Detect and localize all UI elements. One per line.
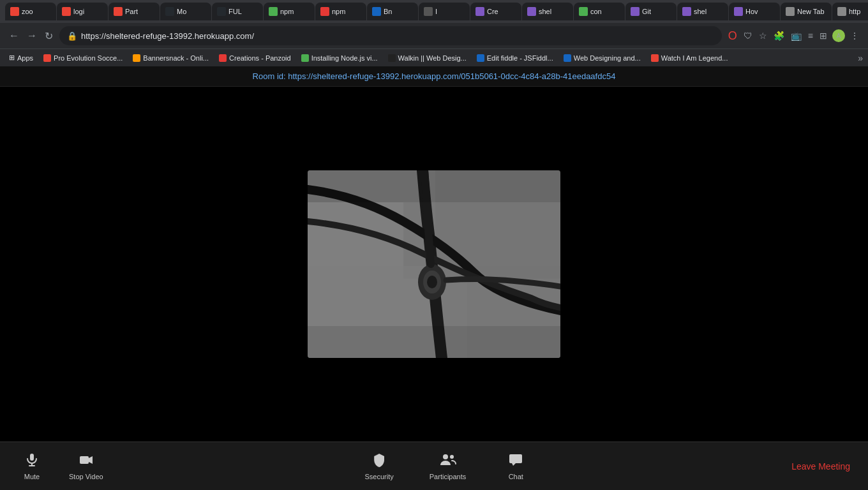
security-label: Ssecurity [365,473,394,480]
forward-button[interactable]: → [26,29,38,43]
bookmark-walkin[interactable]: Walkin || Web Desig... [384,53,470,63]
bookmark-webdesign[interactable]: Web Designing and... [560,53,645,63]
tab-favicon-1 [10,7,19,16]
tab-12[interactable]: con [574,3,625,20]
tab-9[interactable]: I [419,3,470,20]
tab-title-8: Bn [384,8,392,15]
tab-favicon-9 [424,7,433,16]
stop-video-label: Stop Video [69,473,103,480]
tab-3[interactable]: Part [108,3,160,20]
url-box[interactable]: 🔒 https://sheltered-refuge-13992.herokua… [59,26,722,45]
chat-button[interactable]: Chat [497,450,535,483]
tab-6[interactable]: npm [264,3,315,20]
participants-button[interactable]: Participants [424,450,471,483]
tab-11[interactable]: shel [522,3,573,20]
bookmark-jsfiddle[interactable]: Edit fiddle - JSFiddl... [473,53,557,63]
profile-avatar[interactable]: A [832,29,845,42]
tab-13[interactable]: Git [625,3,677,20]
svg-rect-8 [308,170,560,202]
tab-7[interactable]: npm [315,3,366,20]
tab-16[interactable]: New Tab [781,3,832,20]
tab-title-2: logi [73,8,84,15]
cast-icon[interactable]: 📺 [789,29,803,42]
video-canvas [308,170,560,358]
video-feed [308,170,560,358]
tab-10[interactable]: Cre [470,3,521,20]
tab-favicon-12 [579,7,588,16]
bookmark-creations-label: Creations - Panzoid [229,54,291,62]
browser-chrome: zoo logi Part Mo FUL npm npm Bn [0,0,868,66]
tab-title-12: con [590,8,602,15]
bookmark-pes[interactable]: Pro Evolution Socce... [40,53,126,63]
svg-point-15 [450,455,454,459]
tab-5[interactable]: FUL [212,3,263,20]
refresh-button[interactable]: ↻ [43,29,54,43]
security-button[interactable]: Ssecurity [360,450,399,483]
svg-rect-13 [80,456,89,464]
bookmark-pes-label: Pro Evolution Socce... [54,54,123,62]
apps-grid-icon: ⊞ [9,54,15,62]
bottom-toolbar: Mute Stop Video [0,442,868,490]
address-bar-icons: O 🛡 ☆ 🧩 📺 ≡ ⊞ A ⋮ [727,28,860,44]
creations-favicon [219,54,227,62]
bookmark-bannersnack[interactable]: Bannersnack - Onli... [129,53,213,63]
tab-favicon-4 [165,7,174,16]
bookmark-apps[interactable]: ⊞ Apps [5,52,37,63]
tab-title-1: zoo [22,8,33,15]
tab-2[interactable]: logi [57,3,108,20]
bookmark-nodejs[interactable]: Installing Node.js vi... [297,53,382,63]
bookmark-icon[interactable]: ☆ [758,29,768,42]
tab-title-13: Git [642,8,651,15]
shield-icon[interactable]: 🛡 [742,29,754,42]
tab-title-15: Hov [745,8,758,15]
tab-title-3: Part [125,8,138,15]
tab-title-17: http [849,8,860,15]
tab-title-14: shel [694,8,707,15]
tab-title-7: npm [332,8,345,15]
back-button[interactable]: ← [8,29,20,43]
tab-8[interactable]: Bn [367,3,418,20]
bookmark-creations[interactable]: Creations - Panzoid [215,53,295,63]
sync-icon[interactable]: ≡ [807,29,814,42]
tab-favicon-17 [837,7,846,16]
bookmark-bannersnack-label: Bannersnack - Onli... [143,54,209,62]
bookmark-legend-label: Watch I Am Legend... [661,54,728,62]
toolbar-left: Mute Stop Video [13,450,108,483]
more-menu-button[interactable]: ⋮ [849,29,860,42]
tab-title-4: Mo [177,8,186,15]
tab-14[interactable]: shel [677,3,728,20]
url-text: https://sheltered-refuge-13992.herokuapp… [81,31,714,41]
tab-15[interactable]: Hov [729,3,780,20]
svg-point-7 [427,276,437,288]
tab-4[interactable]: Mo [160,3,211,20]
tab-1[interactable]: zoo [5,3,56,20]
tab-favicon-3 [114,7,123,16]
apps-icon[interactable]: ⊞ [818,29,828,42]
more-bookmarks-button[interactable]: » [858,53,863,63]
tab-favicon-10 [475,7,484,16]
bookmark-nodejs-label: Installing Node.js vi... [311,54,378,62]
mute-button[interactable]: Mute [13,450,51,483]
svg-point-14 [443,454,448,459]
svg-rect-9 [308,326,560,358]
stop-video-button[interactable]: Stop Video [64,450,108,483]
tab-17[interactable]: http [832,3,868,20]
extension-icon[interactable]: 🧩 [772,29,786,42]
bookmarks-bar: ⊞ Apps Pro Evolution Socce... Bannersnac… [0,48,868,66]
bookmark-jsfiddle-label: Edit fiddle - JSFiddl... [487,54,553,62]
tab-favicon-13 [631,7,640,16]
opera-icon[interactable]: O [727,28,738,44]
bookmark-walkin-label: Walkin || Web Desig... [398,54,467,62]
webdesign-favicon [564,54,571,62]
jsfiddle-favicon [477,54,484,62]
room-id-label: Room id: [253,71,286,81]
room-id-bar: Room id: https://sheltered-refuge-13992.… [0,66,868,87]
tab-bar: zoo logi Part Mo FUL npm npm Bn [0,0,868,23]
tab-favicon-15 [734,7,743,16]
leave-meeting-button[interactable]: Leave Meeting [786,459,855,474]
tab-favicon-5 [217,7,226,16]
tab-favicon-7 [320,7,329,16]
bookmark-legend[interactable]: Watch I Am Legend... [647,53,732,63]
toolbar-right: Leave Meeting [786,459,855,474]
tab-title-11: shel [539,8,551,15]
